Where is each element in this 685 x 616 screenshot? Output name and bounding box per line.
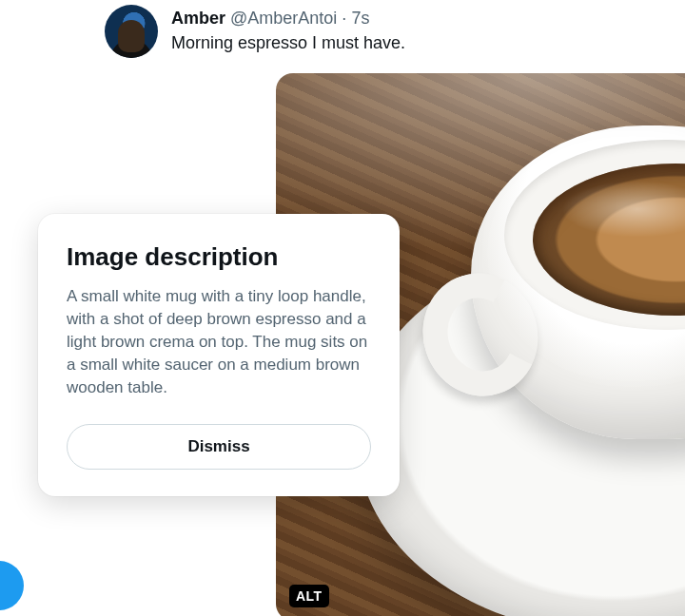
tweet-text: Morning espresso I must have. xyxy=(171,31,685,54)
timestamp[interactable]: 7s xyxy=(351,9,369,28)
user-handle[interactable]: @AmberAntoi xyxy=(230,9,337,28)
image-description-popover: Image description A small white mug with… xyxy=(38,214,400,496)
popover-body: A small white mug with a tiny loop handl… xyxy=(67,285,371,399)
display-name[interactable]: Amber xyxy=(171,9,225,28)
separator: · xyxy=(337,9,351,28)
avatar[interactable] xyxy=(105,5,158,58)
popover-title: Image description xyxy=(67,242,371,272)
compose-tweet-button[interactable] xyxy=(0,561,24,610)
dismiss-button[interactable]: Dismiss xyxy=(67,424,371,470)
alt-badge[interactable]: ALT xyxy=(289,585,329,607)
tweet-header: Amber @AmberAntoi · 7s xyxy=(171,5,685,29)
tweet[interactable]: Amber @AmberAntoi · 7s Morning espresso … xyxy=(105,5,685,54)
